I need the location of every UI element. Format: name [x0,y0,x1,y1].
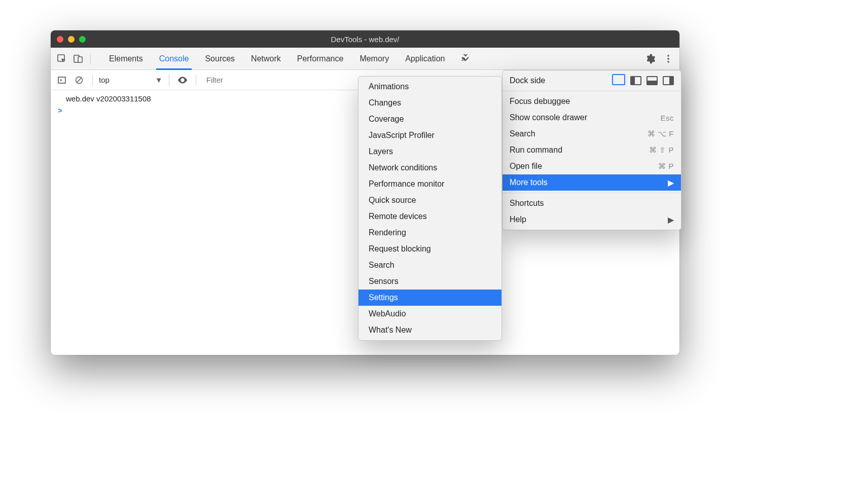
close-window-button[interactable] [57,36,63,43]
submenu-quick-source[interactable]: Quick source [358,192,501,208]
dock-left-icon[interactable] [630,76,641,85]
menu-item-shortcut: ⌘ P [658,162,674,171]
menu-item-shortcut: ⌘ ⇧ P [649,146,674,155]
kebab-menu-icon[interactable] [661,52,675,66]
menu-item-label: Show console drawer [510,113,587,122]
menu-help[interactable]: Help ▶ [502,211,681,228]
inspect-element-icon[interactable] [55,52,69,66]
menu-item-label: Help [510,215,526,224]
svg-point-5 [667,61,669,63]
svg-rect-0 [58,55,64,61]
console-sidebar-toggle-icon[interactable] [55,73,69,87]
submenu-performance-monitor[interactable]: Performance monitor [358,176,501,192]
menu-separator [502,193,681,193]
menu-focus-debuggee[interactable]: Focus debuggee [502,93,681,110]
dock-side-label: Dock side [510,76,545,85]
submenu-coverage[interactable]: Coverage [358,111,501,127]
menu-item-label: Run command [510,146,562,155]
clear-console-icon[interactable] [72,73,86,87]
submenu-layers[interactable]: Layers [358,143,501,160]
filter-input[interactable] [202,73,324,87]
menu-shortcuts[interactable]: Shortcuts [502,195,681,211]
titlebar: DevTools - web.dev/ [51,30,679,48]
menu-item-shortcut: ⌘ ⌥ F [648,129,674,138]
minimize-window-button[interactable] [68,36,75,43]
toolbar-divider [196,75,196,86]
menu-more-tools[interactable]: More tools ▶ [502,174,681,191]
tab-console[interactable]: Console [151,48,197,69]
window-controls [57,36,86,43]
dock-bottom-icon[interactable] [646,76,658,85]
tab-performance[interactable]: Performance [289,48,352,69]
dock-side-row: Dock side [502,73,681,89]
submenu-request-blocking[interactable]: Request blocking [358,241,501,257]
settings-gear-icon[interactable] [643,52,657,66]
menu-item-shortcut: Esc [660,114,674,122]
panel-tabs: Elements Console Sources Network Perform… [101,48,474,69]
submenu-rendering[interactable]: Rendering [358,225,501,241]
more-tools-submenu: Animations Changes Coverage JavaScript P… [358,76,502,341]
tab-sources[interactable]: Sources [197,48,243,69]
svg-line-8 [77,78,82,82]
submenu-animations[interactable]: Animations [358,79,501,95]
execution-context-selector[interactable]: top ▼ [99,76,163,84]
submenu-sensors[interactable]: Sensors [358,273,501,290]
dock-undock-icon[interactable] [614,76,625,85]
submenu-arrow-icon: ▶ [668,215,674,225]
submenu-whats-new[interactable]: What's New [358,322,501,338]
tab-network[interactable]: Network [243,48,289,69]
zoom-window-button[interactable] [79,36,86,43]
main-menu: Dock side Focus debuggee Show console dr… [502,70,681,230]
submenu-javascript-profiler[interactable]: JavaScript Profiler [358,127,501,143]
menu-item-label: Shortcuts [510,199,544,208]
submenu-settings[interactable]: Settings [358,290,501,306]
chevron-down-icon: ▼ [155,76,163,84]
menu-open-file[interactable]: Open file ⌘ P [502,158,681,174]
menu-search[interactable]: Search ⌘ ⌥ F [502,126,681,142]
devtools-window: DevTools - web.dev/ Elements Console Sou… [51,30,679,355]
live-expression-eye-icon[interactable] [175,73,190,87]
submenu-remote-devices[interactable]: Remote devices [358,208,501,225]
menu-item-label: Focus debuggee [510,97,570,106]
window-title: DevTools - web.dev/ [51,35,679,44]
svg-point-4 [667,58,669,60]
dock-side-options [614,76,674,85]
menu-run-command[interactable]: Run command ⌘ ⇧ P [502,142,681,158]
tab-elements[interactable]: Elements [101,48,151,69]
svg-rect-2 [78,57,82,62]
tab-memory[interactable]: Memory [351,48,397,69]
tabs-overflow-button[interactable]: » [453,48,474,69]
context-value: top [99,76,110,84]
tab-application[interactable]: Application [397,48,453,69]
toolbar-divider [90,53,91,64]
dock-right-icon[interactable] [663,76,674,85]
submenu-search[interactable]: Search [358,257,501,273]
svg-point-3 [667,55,669,57]
toolbar-divider [92,75,93,86]
menu-item-label: Search [510,129,535,138]
main-toolbar: Elements Console Sources Network Perform… [51,48,679,70]
submenu-changes[interactable]: Changes [358,95,501,111]
menu-item-label: Open file [510,162,542,171]
submenu-arrow-icon: ▶ [668,178,674,188]
submenu-webaudio[interactable]: WebAudio [358,306,501,322]
menu-item-label: More tools [510,178,548,187]
menu-separator [502,91,681,91]
submenu-network-conditions[interactable]: Network conditions [358,160,501,176]
toolbar-divider [169,75,169,86]
toggle-device-toolbar-icon[interactable] [71,52,85,66]
menu-show-console-drawer[interactable]: Show console drawer Esc [502,110,681,126]
